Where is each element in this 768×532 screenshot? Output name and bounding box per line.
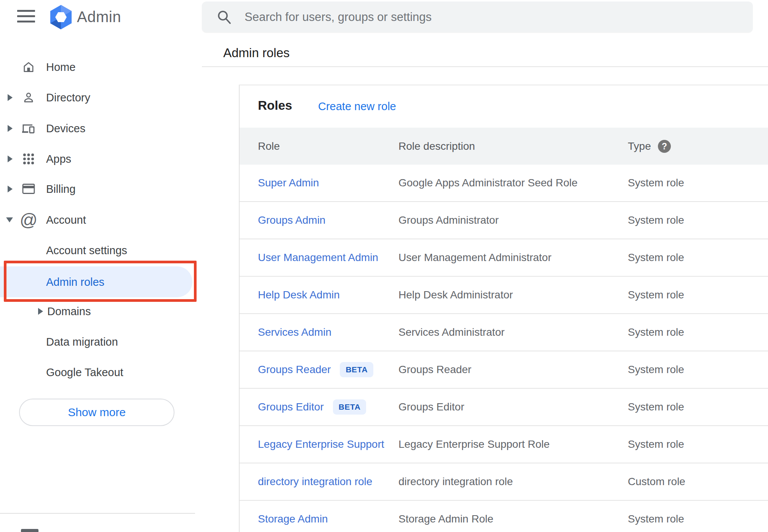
role-type: System role <box>628 289 684 301</box>
sidebar-item-google-takeout[interactable]: Google Takeout <box>0 361 195 383</box>
sidebar-item-label: Domains <box>47 305 91 318</box>
role-link[interactable]: Legacy Enterprise Support <box>258 438 384 450</box>
beta-badge: BETA <box>333 399 366 415</box>
role-description: Groups Reader <box>398 364 471 376</box>
create-new-role-link[interactable]: Create new role <box>318 100 396 113</box>
sidebar-item-label: Billing <box>46 183 75 195</box>
sidebar-item-home[interactable]: Home <box>0 56 195 78</box>
sidebar-item-label: Data migration <box>46 336 118 348</box>
hamburger-bar <box>17 21 35 22</box>
search-icon <box>216 9 232 25</box>
role-description: Services Administrator <box>398 326 505 338</box>
role-link[interactable]: Help Desk Admin <box>258 289 340 301</box>
role-link[interactable]: Groups Editor BETA <box>258 399 366 415</box>
sidebar-item-admin-roles[interactable]: Admin roles <box>0 266 195 297</box>
roles-table: Super Admin Google Apps Administrator Se… <box>240 165 768 532</box>
sidebar-item-label: Directory <box>46 91 90 104</box>
search-input[interactable] <box>245 2 740 32</box>
role-type: System role <box>628 401 684 413</box>
sidebar-item-label: Admin roles <box>46 276 104 288</box>
role-description: Google Apps Administrator Seed Role <box>398 177 578 189</box>
table-row: Groups Editor BETA Groups Editor System … <box>240 389 768 426</box>
card-border <box>239 85 768 85</box>
sidebar-item-label: Devices <box>46 122 85 135</box>
role-description: Help Desk Administrator <box>398 289 513 301</box>
hamburger-bar <box>17 15 35 17</box>
role-type: System role <box>628 177 684 189</box>
sidebar-item-directory[interactable]: Directory <box>0 87 195 109</box>
at-sign-icon: @ <box>22 213 35 227</box>
role-link[interactable]: Groups Reader BETA <box>258 362 373 377</box>
sidebar-item-label: Account settings <box>46 244 127 257</box>
apps-grid-icon <box>22 152 35 166</box>
show-more-button[interactable]: Show more <box>19 399 174 426</box>
column-header-role: Role <box>258 140 280 152</box>
role-link[interactable]: Groups Admin <box>258 214 325 226</box>
credit-card-icon <box>22 182 35 196</box>
beta-badge: BETA <box>340 362 373 377</box>
role-description: Groups Administrator <box>398 214 499 226</box>
sidebar-item-data-migration[interactable]: Data migration <box>0 331 195 353</box>
sidebar-item-label: Apps <box>46 153 71 165</box>
sidebar-item-account-settings[interactable]: Account settings <box>0 239 195 261</box>
table-row: Storage Admin Storage Admin Role System … <box>240 501 768 532</box>
breadcrumb: Admin roles <box>223 46 290 60</box>
expand-arrow-icon[interactable] <box>8 186 13 192</box>
sidebar-item-devices[interactable]: Devices <box>0 117 195 139</box>
expand-arrow-icon[interactable] <box>8 125 13 132</box>
table-row: Services Admin Services Administrator Sy… <box>240 314 768 351</box>
column-header-description: Role description <box>398 140 475 152</box>
expand-arrow-icon[interactable] <box>38 308 43 315</box>
sidebar-item-account[interactable]: @ Account <box>0 209 195 231</box>
role-description: User Management Administrator <box>398 252 552 264</box>
role-description: Storage Admin Role <box>398 513 493 525</box>
role-type: System role <box>628 326 684 338</box>
sidebar-divider <box>0 513 195 514</box>
table-row: Legacy Enterprise Support Legacy Enterpr… <box>240 426 768 463</box>
column-header-type: Type <box>628 140 651 152</box>
sidebar-item-label: Account <box>46 214 86 226</box>
table-row: User Management Admin User Management Ad… <box>240 239 768 277</box>
role-link[interactable]: directory integration role <box>258 476 372 488</box>
role-type: Custom role <box>628 476 685 488</box>
hamburger-bar <box>17 10 35 12</box>
role-description: directory integration role <box>398 476 513 488</box>
home-icon <box>22 60 35 74</box>
search-bar[interactable] <box>202 2 753 32</box>
collapse-arrow-icon[interactable] <box>6 218 13 223</box>
table-header-row: Role Role description Type ? <box>240 128 768 165</box>
panel-title: Roles <box>258 98 292 113</box>
devices-icon <box>22 122 35 135</box>
role-link[interactable]: Services Admin <box>258 326 331 338</box>
sidebar-item-apps[interactable]: Apps <box>0 148 195 170</box>
header-divider <box>202 66 768 67</box>
person-icon <box>22 91 35 104</box>
expand-arrow-icon[interactable] <box>8 94 13 101</box>
role-link[interactable]: User Management Admin <box>258 252 378 264</box>
table-row: Super Admin Google Apps Administrator Se… <box>240 165 768 202</box>
svg-text:?: ? <box>662 141 667 151</box>
help-icon[interactable]: ? <box>657 139 672 154</box>
role-type: System role <box>628 513 684 525</box>
role-type: System role <box>628 438 684 450</box>
expand-arrow-icon[interactable] <box>8 155 13 162</box>
sidebar-item-label: Home <box>46 61 75 74</box>
sidebar-item-domains[interactable]: Domains <box>0 300 195 322</box>
table-row: Groups Admin Groups Administrator System… <box>240 202 768 239</box>
role-description: Legacy Enterprise Support Role <box>398 438 550 450</box>
role-type: System role <box>628 214 684 226</box>
sidebar-item-billing[interactable]: Billing <box>0 178 195 200</box>
hamburger-menu-button[interactable] <box>17 10 35 22</box>
table-row: Help Desk Admin Help Desk Administrator … <box>240 277 768 314</box>
role-type: System role <box>628 252 684 264</box>
role-link[interactable]: Super Admin <box>258 177 319 189</box>
role-type: System role <box>628 364 684 376</box>
app-title: Admin <box>77 8 121 26</box>
clipped-bottom-icon <box>21 529 38 532</box>
admin-logo-icon[interactable] <box>49 4 73 30</box>
table-row: Groups Reader BETA Groups Reader System … <box>240 351 768 389</box>
role-description: Groups Editor <box>398 401 464 413</box>
sidebar-item-label: Google Takeout <box>46 366 123 379</box>
table-row: directory integration role directory int… <box>240 463 768 501</box>
role-link[interactable]: Storage Admin <box>258 513 328 525</box>
